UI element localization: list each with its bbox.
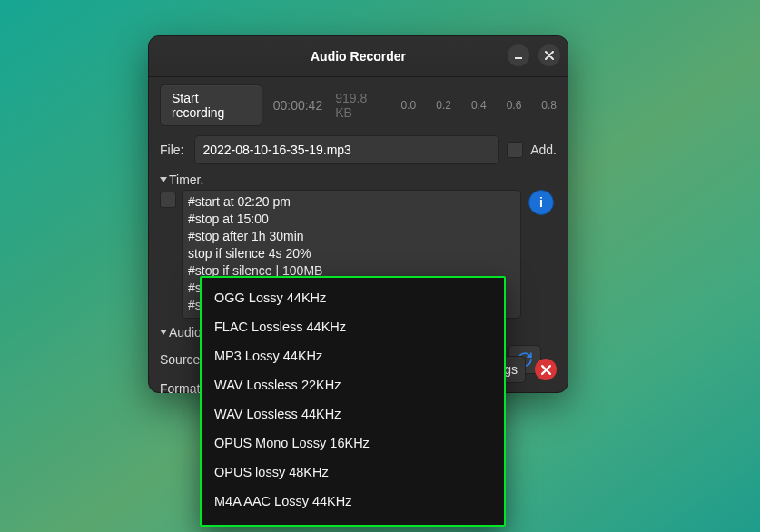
format-option[interactable]: WAV Lossless 22KHz: [202, 370, 504, 399]
close-button[interactable]: [538, 44, 560, 66]
tick: 0.2: [436, 99, 451, 112]
format-label: Format:: [160, 381, 203, 396]
audio-header: Audio: [169, 325, 202, 340]
format-option[interactable]: WAV Lossless 44KHz: [202, 399, 504, 429]
desktop-wallpaper: Audio Recorder Start recording 00:00:42 …: [0, 0, 760, 532]
timer-line: #start at 02:20 pm: [188, 193, 515, 211]
close-icon: [545, 51, 554, 60]
tick: 0.4: [471, 99, 487, 112]
start-recording-button[interactable]: Start recording: [160, 84, 262, 126]
format-option[interactable]: OPUS Mono Lossy 16KHz: [202, 429, 504, 458]
info-icon: i: [539, 195, 543, 210]
titlebar[interactable]: Audio Recorder: [149, 36, 568, 77]
format-dropdown-popup[interactable]: OGG Lossy 44KHz FLAC Lossless 44KHz MP3 …: [200, 276, 506, 527]
tick: 0.8: [541, 99, 557, 112]
timer-line: #stop at 15:00: [188, 211, 515, 228]
format-option[interactable]: OGG Lossy 44KHz: [202, 283, 504, 312]
timer-line: #stop after 1h 30min: [188, 228, 515, 245]
format-option[interactable]: M4A AAC Lossy 44KHz: [202, 487, 504, 516]
settings-label-tail: gs: [504, 362, 518, 377]
minimize-button[interactable]: [508, 44, 529, 66]
timer-header: Timer.: [169, 172, 203, 187]
tick: 0.0: [401, 99, 417, 112]
timer-enable-checkbox[interactable]: [160, 192, 176, 208]
file-size: 919.8 KB: [335, 91, 384, 120]
file-row: File: 2022-08-10-16-35-19.mp3 Add.: [160, 135, 557, 164]
timer-expander[interactable]: Timer.: [160, 172, 557, 187]
source-label: Source:: [160, 352, 203, 367]
file-name-input[interactable]: 2022-08-10-16-35-19.mp3: [194, 135, 499, 164]
add-label: Add.: [530, 143, 557, 157]
timer-info-button[interactable]: i: [528, 190, 554, 215]
quit-button[interactable]: [535, 359, 557, 380]
format-option[interactable]: MP3 Lossy 44KHz: [202, 341, 504, 370]
elapsed-time: 00:00:42: [273, 98, 323, 113]
chevron-down-icon: [160, 330, 167, 335]
minimize-icon: [514, 51, 523, 60]
chevron-down-icon: [160, 177, 167, 182]
tick: 0.6: [507, 99, 522, 112]
timer-line: stop if silence 4s 20%: [188, 245, 515, 262]
add-checkbox[interactable]: [507, 142, 523, 158]
format-option[interactable]: FLAC Lossless 44KHz: [202, 312, 504, 341]
file-name-value: 2022-08-10-16-35-19.mp3: [202, 143, 350, 157]
format-option[interactable]: OPUS lossy 48KHz: [202, 458, 504, 487]
record-row: Start recording 00:00:42 919.8 KB 0.0 0.…: [160, 84, 557, 126]
close-icon: [541, 365, 551, 375]
svg-rect-0: [515, 57, 522, 59]
file-label: File:: [160, 143, 183, 157]
window-title: Audio Recorder: [311, 49, 406, 64]
level-ticks: 0.0 0.2 0.4 0.6 0.8: [401, 99, 557, 112]
